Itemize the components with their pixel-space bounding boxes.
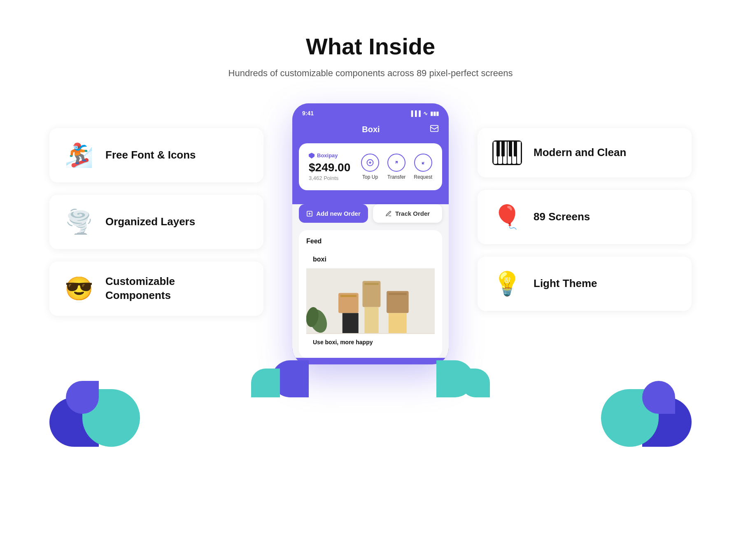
add-new-order-button[interactable]: Add new Order <box>299 204 368 223</box>
feed-title: Feed <box>306 238 435 245</box>
action-buttons: Top Up Transfer <box>361 154 432 180</box>
phone-app-header: Boxi <box>292 120 449 143</box>
request-button[interactable]: Request <box>414 154 432 180</box>
snowboarder-icon: 🏂 <box>64 140 94 170</box>
phone-time: 9:41 <box>302 110 314 117</box>
payment-info: Boxipay $249.00 3,462 Points <box>309 152 350 181</box>
top-up-button[interactable]: Top Up <box>361 154 379 180</box>
balloon-icon: 🎈 <box>492 202 522 232</box>
right-feature-column: Modern and Clean 🎈 89 Screens 💡 Light Th… <box>478 103 692 311</box>
page-subtitle: Hundreds of customizable components acro… <box>16 68 725 79</box>
inbox-icon <box>430 124 439 135</box>
transfer-label: Transfer <box>387 174 405 180</box>
request-icon <box>414 154 432 172</box>
feed-image <box>306 268 435 334</box>
feature-card-light-theme: 💡 Light Theme <box>478 257 692 311</box>
feed-card: boxi <box>306 251 435 350</box>
phone-status-bar: 9:41 ▐▐▐ ∿ ▮▮▮ <box>292 103 449 120</box>
feature-label-89-screens: 89 Screens <box>534 210 590 224</box>
piano-icon <box>492 140 522 165</box>
feature-card-customizable-components: 😎 Customizable Components <box>49 261 263 316</box>
top-up-icon <box>361 154 379 172</box>
page-title: What Inside <box>16 33 725 60</box>
svg-rect-0 <box>431 126 438 132</box>
transfer-button[interactable]: Transfer <box>387 154 405 180</box>
left-feature-column: 🏂 Free Font & Icons 🌪️ Organized Layers … <box>49 103 263 316</box>
feed-card-caption: Use boxi, more happy <box>306 334 435 350</box>
wifi-icon: ∿ <box>423 110 428 117</box>
feature-label-free-font-icons: Free Font & Icons <box>105 148 196 162</box>
phone-mockup: 9:41 ▐▐▐ ∿ ▮▮▮ Boxi <box>292 103 449 364</box>
order-buttons: Add new Order Track Order <box>299 204 442 223</box>
feed-card-brand: boxi <box>306 251 435 268</box>
brand-name: Boxipay <box>317 152 338 159</box>
brand-row: Boxipay <box>309 152 350 159</box>
points-label: 3,462 Points <box>309 175 350 181</box>
request-label: Request <box>414 174 432 180</box>
feed-section: Feed boxi <box>299 230 442 358</box>
balance-amount: $249.00 <box>309 161 350 174</box>
feature-label-light-theme: Light Theme <box>534 277 597 291</box>
svg-rect-12 <box>343 313 359 333</box>
feature-card-organized-layers: 🌪️ Organized Layers <box>49 195 263 249</box>
status-icons: ▐▐▐ ∿ ▮▮▮ <box>409 110 439 117</box>
svg-rect-18 <box>389 313 407 333</box>
feature-label-customizable-components: Customizable Components <box>105 275 175 303</box>
svg-rect-15 <box>364 307 378 333</box>
signal-icon: ▐▐▐ <box>409 110 421 117</box>
payment-card: Boxipay $249.00 3,462 Points <box>299 143 442 190</box>
bulb-icon: 💡 <box>492 269 522 299</box>
feature-card-modern-clean: Modern and Clean <box>478 128 692 177</box>
svg-rect-17 <box>389 293 407 295</box>
track-order-button[interactable]: Track Order <box>373 204 442 223</box>
main-content: 🏂 Free Font & Icons 🌪️ Organized Layers … <box>16 103 725 364</box>
tornado-icon: 🌪️ <box>64 207 94 237</box>
feature-card-free-font-icons: 🏂 Free Font & Icons <box>49 128 263 182</box>
svg-rect-14 <box>364 283 378 285</box>
header-section: What Inside Hundreds of customizable com… <box>16 33 725 79</box>
phone-mockup-container: 9:41 ▐▐▐ ∿ ▮▮▮ Boxi <box>263 103 478 364</box>
feature-card-89-screens: 🎈 89 Screens <box>478 190 692 244</box>
svg-rect-11 <box>340 295 357 297</box>
top-up-label: Top Up <box>362 174 378 180</box>
page-wrapper: What Inside Hundreds of customizable com… <box>0 0 741 471</box>
sunglasses-emoji-icon: 😎 <box>64 274 94 303</box>
feature-label-organized-layers: Organized Layers <box>105 215 195 229</box>
feature-label-modern-clean: Modern and Clean <box>534 146 626 160</box>
battery-icon: ▮▮▮ <box>430 110 439 117</box>
transfer-icon <box>387 154 405 172</box>
phone-app-name-label: Boxi <box>312 125 430 134</box>
bottom-decorations <box>16 381 725 447</box>
